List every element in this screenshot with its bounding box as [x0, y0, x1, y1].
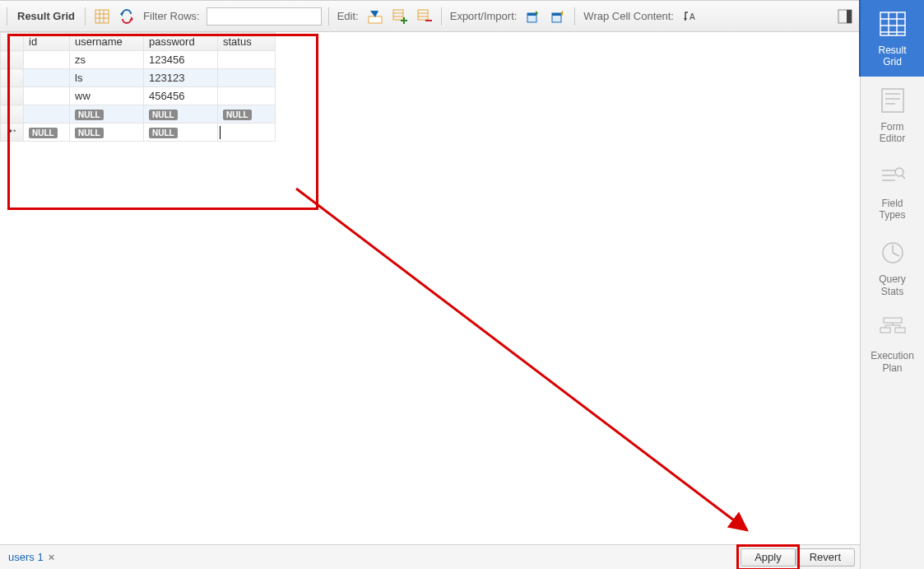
null-badge: NULL — [223, 110, 252, 120]
refresh-icon[interactable] — [117, 7, 137, 26]
svg-rect-42 — [884, 318, 902, 323]
grid-view-icon[interactable] — [92, 7, 112, 26]
svg-rect-11 — [418, 10, 428, 20]
cell-username[interactable]: ls — [70, 69, 144, 87]
svg-line-38 — [902, 175, 905, 179]
cell-username[interactable]: ww — [70, 87, 144, 105]
filter-rows-input[interactable] — [207, 7, 322, 26]
svg-rect-6 — [393, 10, 403, 20]
cell-status[interactable] — [218, 87, 276, 105]
result-tab[interactable]: users 1 × — [5, 551, 58, 563]
column-header-username[interactable]: username — [70, 33, 144, 51]
cell-username[interactable]: zs — [70, 51, 144, 69]
null-badge: NULL — [149, 110, 178, 120]
cell-username[interactable]: NULL — [70, 105, 144, 124]
null-badge: NULL — [29, 128, 58, 138]
panel-label: ResultGrid — [864, 44, 921, 68]
panel-icon — [871, 236, 914, 270]
cell-status[interactable] — [218, 69, 276, 87]
panel-label: ExecutionPlan — [864, 350, 921, 374]
separator — [7, 7, 7, 26]
cell-status[interactable] — [218, 124, 276, 142]
result-toolbar: Result Grid Filter Rows: Edit: Export/I — [0, 1, 860, 32]
svg-point-37 — [895, 168, 903, 176]
cell-id[interactable] — [24, 105, 70, 124]
delete-row-icon[interactable] — [415, 7, 434, 26]
revert-button[interactable]: Revert — [796, 548, 855, 567]
import-icon[interactable] — [548, 7, 568, 26]
panel-icon — [871, 160, 914, 194]
cell-password[interactable]: 456456 — [144, 87, 218, 105]
separator — [85, 7, 86, 26]
row-header[interactable] — [1, 87, 24, 105]
side-panel-execution-plan[interactable]: ExecutionPlan — [861, 305, 924, 382]
null-badge: NULL — [149, 128, 178, 138]
svg-rect-44 — [895, 328, 905, 333]
panel-label: FieldTypes — [864, 198, 921, 222]
side-panel-result-grid[interactable]: ResultGrid — [861, 0, 924, 77]
apply-button[interactable]: Apply — [741, 548, 796, 567]
row-header[interactable]: * — [1, 124, 24, 142]
footer-bar: users 1 × Apply Revert — [0, 544, 860, 569]
separator — [328, 7, 329, 26]
side-panel-query-stats[interactable]: QueryStats — [861, 229, 924, 305]
side-panel: ResultGridFormEditorFieldTypesQueryStats… — [860, 0, 924, 569]
row-header[interactable] — [1, 69, 24, 87]
column-header-id[interactable]: id — [24, 33, 70, 51]
add-row-icon[interactable] — [390, 7, 410, 26]
cell-password[interactable]: NULL — [144, 124, 218, 142]
panel-label: FormEditor — [864, 121, 921, 145]
filter-rows-label: Filter Rows: — [142, 10, 202, 22]
cell-id[interactable] — [24, 69, 70, 87]
svg-rect-0 — [95, 10, 109, 23]
cell-password[interactable]: 123123 — [144, 69, 218, 87]
cell-status[interactable] — [218, 51, 276, 69]
cell-username[interactable]: NULL — [70, 124, 144, 142]
panel-icon — [871, 7, 914, 41]
result-tab-label: users 1 — [8, 551, 44, 563]
svg-line-23 — [296, 189, 747, 530]
close-icon[interactable]: × — [49, 551, 55, 563]
null-badge: NULL — [75, 110, 104, 120]
panel-icon — [871, 83, 914, 118]
svg-line-41 — [893, 253, 899, 256]
edit-row-icon[interactable] — [365, 7, 385, 26]
null-badge: NULL — [75, 128, 104, 138]
row-header[interactable] — [1, 105, 24, 124]
svg-rect-16 — [527, 13, 536, 16]
cell-status[interactable]: NULL — [218, 105, 276, 124]
svg-rect-5 — [369, 16, 382, 23]
export-import-label: Export/Import: — [448, 10, 519, 22]
cell-password[interactable]: NULL — [144, 105, 218, 124]
column-header-status[interactable]: status — [218, 33, 276, 51]
svg-text:*: * — [13, 128, 16, 136]
svg-rect-18 — [552, 13, 561, 16]
grid-area: idusernamepasswordstatuszs123456ls123123… — [0, 32, 860, 544]
row-header[interactable] — [1, 51, 24, 69]
cell-password[interactable]: 123456 — [144, 51, 218, 69]
result-grid-label: Result Grid — [14, 10, 78, 22]
cell-id[interactable]: NULL — [24, 124, 70, 142]
side-panel-form-editor[interactable]: FormEditor — [861, 77, 924, 153]
svg-rect-43 — [880, 328, 890, 333]
svg-rect-21 — [847, 10, 852, 23]
panel-label: QueryStats — [864, 273, 921, 297]
cell-id[interactable] — [24, 51, 70, 69]
column-header-password[interactable]: password — [144, 33, 218, 51]
cell-id[interactable] — [24, 87, 70, 105]
wrap-cell-icon[interactable]: A — [680, 7, 700, 26]
svg-text:A: A — [690, 12, 695, 21]
wrap-cell-label: Wrap Cell Content: — [582, 10, 676, 22]
side-panel-field-types[interactable]: FieldTypes — [861, 153, 924, 230]
edit-label: Edit: — [336, 10, 360, 22]
result-grid-table[interactable]: idusernamepasswordstatuszs123456ls123123… — [0, 32, 276, 142]
toggle-panel-icon[interactable] — [835, 7, 855, 26]
separator — [441, 7, 442, 26]
panel-icon — [871, 312, 914, 347]
svg-rect-30 — [882, 89, 903, 112]
export-icon[interactable] — [523, 7, 543, 26]
separator — [574, 7, 575, 26]
